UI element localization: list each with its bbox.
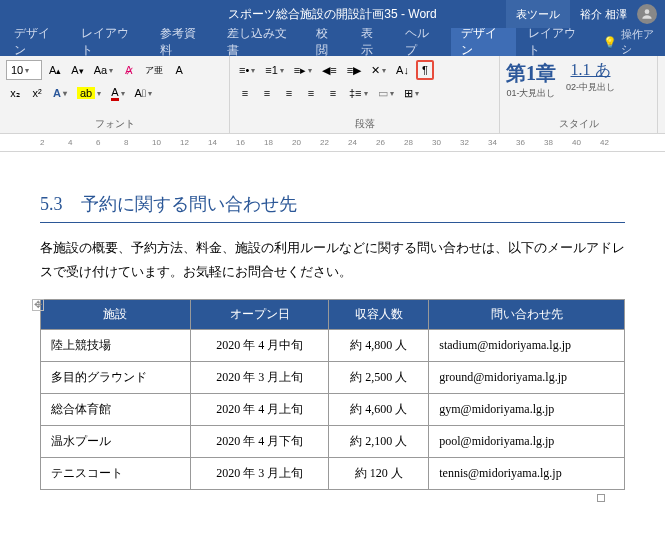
cell-facility[interactable]: 多目的グラウンド <box>41 361 191 393</box>
tab-table-design[interactable]: デザイン <box>451 28 516 56</box>
cell-open[interactable]: 2020 年 4 月上旬 <box>190 393 328 425</box>
grow-font-button[interactable]: A▴ <box>46 60 64 80</box>
cell-open[interactable]: 2020 年 4 月下旬 <box>190 425 328 457</box>
ruler-mark: 14 <box>208 138 217 147</box>
ruler-mark: 40 <box>572 138 581 147</box>
ruler-mark: 42 <box>600 138 609 147</box>
cell-contact[interactable]: pool@midoriyama.lg.jp <box>429 425 625 457</box>
tell-me-search[interactable]: 💡 操作アシ <box>603 27 661 57</box>
increase-indent-button[interactable]: ≡▶ <box>344 60 364 80</box>
cell-facility[interactable]: 陸上競技場 <box>41 329 191 361</box>
horizontal-ruler[interactable]: 24681012141618202224262830323436384042 <box>0 134 665 152</box>
table-header: 施設 <box>41 299 191 329</box>
ruler-mark: 2 <box>40 138 44 147</box>
style-heading1[interactable]: 第1章 01-大見出し <box>506 60 556 100</box>
table-header: 問い合わせ先 <box>429 299 625 329</box>
user-avatar[interactable] <box>637 4 657 24</box>
justify-button[interactable]: ≡ <box>302 83 320 103</box>
table-row[interactable]: 温水プール2020 年 4 月下旬約 2,100 人pool@midoriyam… <box>41 425 625 457</box>
decrease-indent-button[interactable]: ◀≡ <box>319 60 339 80</box>
ribbon-group-styles: 第1章 01-大見出し 1.1 あ 02-中見出し スタイル <box>500 56 658 133</box>
tab-design[interactable]: デザイン <box>4 28 69 56</box>
text-effects-button[interactable]: A▾ <box>50 83 70 103</box>
style-heading2[interactable]: 1.1 あ 02-中見出し <box>566 60 615 94</box>
lightbulb-icon: 💡 <box>603 36 617 49</box>
cell-open[interactable]: 2020 年 3 月上旬 <box>190 457 328 489</box>
section-heading: 5.3 予約に関する問い合わせ先 <box>40 192 625 223</box>
table-resize-handle-icon[interactable] <box>597 494 605 502</box>
tell-me-label: 操作アシ <box>621 27 661 57</box>
cell-contact[interactable]: tennis@midoriyama.lg.jp <box>429 457 625 489</box>
ribbon-group-paragraph: ≡•▾ ≡1▾ ≡▸▾ ◀≡ ≡▶ ✕▾ A↓ ¶ ≡ ≡ ≡ ≡ ≡ ‡≡▾ … <box>230 56 500 133</box>
cell-open[interactable]: 2020 年 4 月中旬 <box>190 329 328 361</box>
line-spacing-button[interactable]: ‡≡▾ <box>346 83 371 103</box>
tab-layout[interactable]: レイアウト <box>71 28 147 56</box>
cell-facility[interactable]: 総合体育館 <box>41 393 191 425</box>
ruler-mark: 20 <box>292 138 301 147</box>
shading-button[interactable]: ▭▾ <box>375 83 397 103</box>
tab-review[interactable]: 校閲 <box>306 28 349 56</box>
shrink-font-button[interactable]: A▾ <box>68 60 86 80</box>
align-center-button[interactable]: ≡ <box>258 83 276 103</box>
cell-capacity[interactable]: 約 2,500 人 <box>329 361 429 393</box>
character-shading-button[interactable]: A⃝▾ <box>132 83 155 103</box>
table-row[interactable]: 陸上競技場2020 年 4 月中旬約 4,800 人stadium@midori… <box>41 329 625 361</box>
tab-mailings[interactable]: 差し込み文書 <box>217 28 305 56</box>
cell-contact[interactable]: gym@midoriyama.lg.jp <box>429 393 625 425</box>
cell-capacity[interactable]: 約 120 人 <box>329 457 429 489</box>
borders-button[interactable]: ⊞▾ <box>401 83 422 103</box>
ribbon-label-paragraph: 段落 <box>236 115 493 131</box>
clear-formatting-button[interactable]: A̷ <box>120 60 138 80</box>
body-paragraph: 各施設の概要、予約方法、料金、施設の利用ルールなどに関する問い合わせは、以下のメ… <box>40 237 625 285</box>
ribbon-label-font: フォント <box>6 115 223 131</box>
tab-view[interactable]: 表示 <box>351 28 394 56</box>
ruler-mark: 22 <box>320 138 329 147</box>
sort-button[interactable]: A↓ <box>393 60 412 80</box>
cell-facility[interactable]: 温水プール <box>41 425 191 457</box>
ruler-mark: 28 <box>404 138 413 147</box>
cell-capacity[interactable]: 約 2,100 人 <box>329 425 429 457</box>
table-move-handle-icon[interactable]: ✥ <box>32 299 44 311</box>
font-size-input[interactable]: 10▾ <box>6 60 42 80</box>
table-row[interactable]: 多目的グラウンド2020 年 3 月上旬約 2,500 人ground@mido… <box>41 361 625 393</box>
phonetic-guide-button[interactable]: ア亜 <box>142 60 166 80</box>
font-color-button[interactable]: A▾ <box>108 83 127 103</box>
tab-references[interactable]: 参考資料 <box>150 28 215 56</box>
tab-help[interactable]: ヘルプ <box>395 28 449 56</box>
bullets-button[interactable]: ≡•▾ <box>236 60 258 80</box>
ribbon-label-styles: スタイル <box>506 115 651 131</box>
change-case-button[interactable]: Aa▾ <box>91 60 116 80</box>
tab-table-layout[interactable]: レイアウト <box>518 28 594 56</box>
numbering-button[interactable]: ≡1▾ <box>262 60 287 80</box>
superscript-button[interactable]: x² <box>28 83 46 103</box>
ruler-mark: 38 <box>544 138 553 147</box>
table-row[interactable]: 総合体育館2020 年 4 月上旬約 4,600 人gym@midoriyama… <box>41 393 625 425</box>
multilevel-list-button[interactable]: ≡▸▾ <box>291 60 315 80</box>
cell-facility[interactable]: テニスコート <box>41 457 191 489</box>
align-right-button[interactable]: ≡ <box>280 83 298 103</box>
ribbon: 10▾ A▴ A▾ Aa▾ A̷ ア亜 A x₂ x² A▾ ab▾ A▾ A⃝… <box>0 56 665 134</box>
document-title: スポーツ総合施設の開設計画35 - Word <box>228 7 436 21</box>
ruler-mark: 36 <box>516 138 525 147</box>
ruler-mark: 6 <box>96 138 100 147</box>
cell-contact[interactable]: stadium@midoriyama.lg.jp <box>429 329 625 361</box>
table-row[interactable]: テニスコート2020 年 3 月上旬約 120 人tennis@midoriya… <box>41 457 625 489</box>
ruler-mark: 24 <box>348 138 357 147</box>
highlight-button[interactable]: ab▾ <box>74 83 104 103</box>
contextual-tool-label: 表ツール <box>506 0 570 28</box>
show-hide-marks-button[interactable]: ¶ <box>416 60 434 80</box>
ruler-mark: 8 <box>124 138 128 147</box>
ribbon-group-font: 10▾ A▴ A▾ Aa▾ A̷ ア亜 A x₂ x² A▾ ab▾ A▾ A⃝… <box>0 56 230 133</box>
ruler-mark: 10 <box>152 138 161 147</box>
subscript-button[interactable]: x₂ <box>6 83 24 103</box>
facilities-table[interactable]: 施設 オープン日 収容人数 問い合わせ先 陸上競技場2020 年 4 月中旬約 … <box>40 299 625 490</box>
distributed-button[interactable]: ≡ <box>324 83 342 103</box>
cell-contact[interactable]: ground@midoriyama.lg.jp <box>429 361 625 393</box>
cell-capacity[interactable]: 約 4,800 人 <box>329 329 429 361</box>
cell-open[interactable]: 2020 年 3 月上旬 <box>190 361 328 393</box>
align-left-button[interactable]: ≡ <box>236 83 254 103</box>
cell-capacity[interactable]: 約 4,600 人 <box>329 393 429 425</box>
asian-layout-button[interactable]: ✕▾ <box>368 60 389 80</box>
svg-point-0 <box>645 9 650 14</box>
enclose-characters-button[interactable]: A <box>170 60 188 80</box>
